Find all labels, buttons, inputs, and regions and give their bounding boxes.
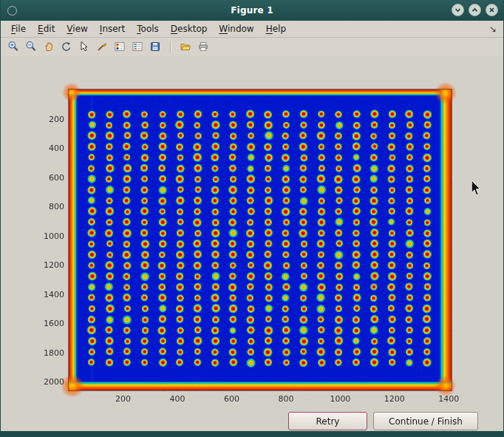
menu-item-insert[interactable]: Insert: [94, 21, 131, 36]
menu-item-tools[interactable]: Tools: [131, 21, 165, 36]
chevron-down-icon: [454, 6, 462, 14]
pan-button[interactable]: [41, 40, 57, 55]
window-controls: [452, 4, 498, 16]
insert-colorbar-icon: [114, 41, 126, 55]
zoom-out-icon: [25, 41, 37, 55]
menu-item-edit[interactable]: Edit: [32, 21, 61, 36]
plot-image[interactable]: [30, 81, 477, 414]
menu-item-file[interactable]: File: [5, 21, 32, 36]
tool-bar: [1, 38, 503, 58]
open-icon: [180, 41, 191, 55]
zoom-in-button[interactable]: [5, 40, 21, 55]
save-icon: [149, 41, 161, 55]
brush-button[interactable]: [94, 40, 110, 55]
menu-bar: FileEditViewInsertToolsDesktopWindowHelp…: [1, 21, 503, 38]
rotate-3d-button[interactable]: [58, 40, 75, 55]
figure-window: Figure 1 FileEditViewInsertToolsDesktopW…: [0, 0, 504, 437]
menu-item-view[interactable]: View: [61, 21, 93, 36]
retry-button[interactable]: Retry: [288, 412, 367, 430]
insert-legend-button[interactable]: [129, 40, 146, 55]
print-icon: [197, 41, 209, 55]
menu-items: FileEditViewInsertToolsDesktopWindowHelp: [1, 21, 292, 36]
rotate-3d-icon: [61, 41, 72, 55]
window-title: Figure 1: [1, 5, 503, 16]
continue-button[interactable]: Continue / Finish: [373, 412, 478, 430]
menu-item-window[interactable]: Window: [213, 21, 259, 36]
insert-legend-icon: [132, 41, 143, 55]
figure-canvas-area: Retry Continue / Finish: [1, 56, 503, 431]
menu-item-help[interactable]: Help: [260, 21, 292, 36]
toolbar-separator: [170, 41, 171, 53]
save-button[interactable]: [147, 40, 163, 55]
insert-colorbar-button[interactable]: [112, 40, 128, 55]
close-icon: [488, 6, 496, 14]
zoom-in-icon: [7, 41, 19, 55]
menu-overflow-icon[interactable]: ↘: [489, 24, 497, 34]
open-button[interactable]: [177, 40, 194, 55]
window-resize-bar[interactable]: [1, 431, 503, 437]
pan-icon: [43, 41, 55, 55]
minimize-button[interactable]: [452, 4, 464, 16]
data-cursor-icon: [78, 41, 90, 55]
menu-item-desktop[interactable]: Desktop: [165, 21, 214, 36]
data-cursor-button[interactable]: [76, 40, 92, 55]
print-button[interactable]: [195, 40, 211, 55]
chevron-up-icon: [471, 6, 479, 14]
zoom-out-button[interactable]: [23, 40, 39, 55]
close-button[interactable]: [486, 4, 498, 16]
maximize-button[interactable]: [469, 4, 481, 16]
title-bar[interactable]: Figure 1: [1, 0, 503, 21]
brush-icon: [96, 41, 108, 55]
